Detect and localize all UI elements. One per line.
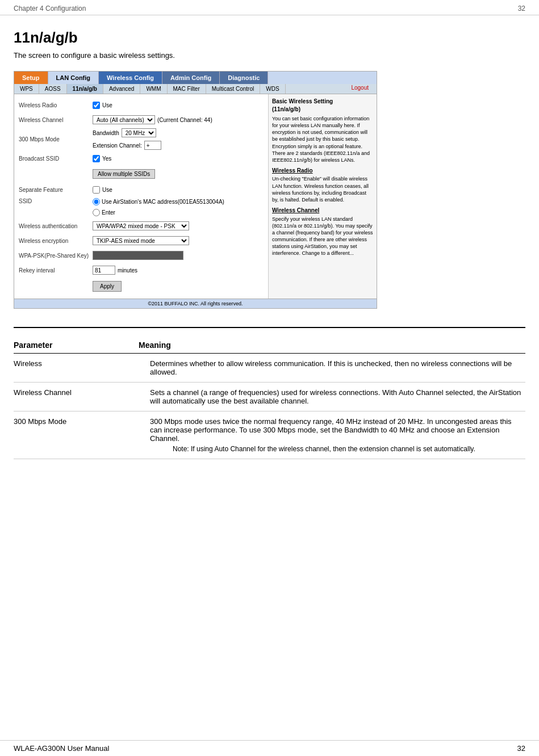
meaning-col-header: Meaning bbox=[139, 337, 525, 354]
apply-button[interactable]: Apply bbox=[93, 281, 122, 292]
table-row: 300 Mbps Mode300 Mbps mode uses twice th… bbox=[14, 411, 525, 459]
footer-right: 32 bbox=[517, 744, 525, 753]
allow-multiple-ssids-button[interactable]: Allow multiple SSIDs bbox=[93, 169, 155, 179]
nav-tab2-wmm[interactable]: WMM bbox=[140, 84, 167, 94]
wpa-psk-input[interactable] bbox=[93, 251, 183, 260]
ssid-radio-mac-label: Use AirStation's MAC address(001EA551300… bbox=[102, 199, 224, 205]
nav-tab2-aoss[interactable]: AOSS bbox=[39, 84, 67, 94]
wireless-enc-row: Wireless encryption TKIP-AES mixed mode bbox=[19, 234, 264, 247]
param-cell: Wireless bbox=[14, 354, 139, 383]
wireless-channel-row: Wireless Channel Auto (All channels) (Cu… bbox=[19, 114, 264, 126]
rekey-interval-row: Rekey interval minutes bbox=[19, 264, 264, 276]
nav-tab2-wds[interactable]: WDS bbox=[260, 84, 285, 94]
wireless-channel-select[interactable]: Auto (All channels) bbox=[93, 115, 155, 124]
nav-tab-diagnostic[interactable]: Diagnostic bbox=[220, 72, 268, 84]
ssid-radio-mac-input[interactable] bbox=[93, 198, 100, 205]
extension-channel-label: Extension Channel: bbox=[93, 142, 142, 149]
rekey-interval-input[interactable] bbox=[93, 266, 115, 275]
form-left: Wireless Radio Use Wireless Channel Auto… bbox=[14, 94, 269, 299]
nav-tab2-wps[interactable]: WPS bbox=[14, 84, 39, 94]
nav-tab2-multicast-control[interactable]: Multicast Control bbox=[206, 84, 260, 94]
wireless-channel-control: Auto (All channels) (Current Channel: 44… bbox=[93, 115, 264, 124]
ssid-radio-enter-input[interactable] bbox=[93, 209, 100, 216]
ssid-radio-enter: Enter bbox=[93, 209, 115, 216]
ssid-radio-mac: Use AirStation's MAC address(001EA551300… bbox=[93, 198, 224, 205]
separate-feature-control: Use bbox=[93, 186, 264, 194]
wireless-enc-label: Wireless encryption bbox=[19, 238, 93, 244]
nav-bar-1: Setup LAN Config Wireless Config Admin C… bbox=[14, 72, 377, 84]
wireless-auth-select[interactable]: WPA/WPA2 mixed mode - PSK bbox=[93, 221, 189, 230]
wireless-radio-control: Use bbox=[93, 102, 264, 109]
broadcast-ssid-row: Broadcast SSID Yes bbox=[19, 152, 264, 165]
form-right: Basic Wireless Setting(11n/a/g/b) You ca… bbox=[269, 94, 377, 299]
separate-feature-use-label: Use bbox=[102, 187, 112, 193]
help-wireless-channel-text: Specify your wireless LAN standard (802.… bbox=[272, 216, 373, 257]
nav-tab2-11nagb[interactable]: 11n/a/g/b bbox=[67, 84, 103, 94]
broadcast-ssid-yes-label: Yes bbox=[102, 156, 111, 162]
rekey-interval-label: Rekey interval bbox=[19, 267, 93, 274]
allow-multiple-ssids-row: Allow multiple SSIDs bbox=[19, 167, 264, 181]
apply-control: Apply bbox=[93, 279, 264, 292]
nav-bar-2: WPS AOSS 11n/a/g/b Advanced WMM MAC Filt… bbox=[14, 84, 377, 94]
param-cell: Wireless Channel bbox=[14, 383, 139, 411]
wireless-radio-checkbox[interactable] bbox=[93, 102, 100, 109]
wireless-radio-use-label: Use bbox=[102, 102, 112, 108]
wireless-enc-control: TKIP-AES mixed mode bbox=[93, 236, 264, 245]
nav-tab-admin-config[interactable]: Admin Config bbox=[162, 72, 220, 84]
logout-link[interactable]: Logout bbox=[351, 85, 369, 91]
wireless-channel-current: (Current Channel: 44) bbox=[157, 117, 212, 123]
bandwidth-mode-label: 300 Mbps Mode bbox=[19, 136, 93, 142]
page-subtitle: The screen to configure a basic wireless… bbox=[14, 51, 525, 60]
bandwidth-mode-control: Bandwidth 20 MHz 40 MHz Extension Channe… bbox=[93, 128, 264, 150]
wireless-radio-row: Wireless Radio Use bbox=[19, 99, 264, 111]
wireless-auth-control: WPA/WPA2 mixed mode - PSK bbox=[93, 221, 264, 230]
table-note: Note: If using Auto Channel for the wire… bbox=[173, 445, 525, 453]
form-area: Wireless Radio Use Wireless Channel Auto… bbox=[14, 94, 377, 299]
separate-feature-row: Separate Feature Use bbox=[19, 183, 264, 196]
meaning-cell: 300 Mbps mode uses twice the normal freq… bbox=[139, 411, 525, 459]
broadcast-ssid-label: Broadcast SSID bbox=[19, 156, 93, 162]
table-row: Wireless ChannelSets a channel (a range … bbox=[14, 383, 525, 411]
rekey-interval-unit: minutes bbox=[118, 267, 137, 274]
allow-ssid-control: Allow multiple SSIDs bbox=[93, 167, 264, 181]
screenshot-footer: ©2011 BUFFALO INC. All rights reserved. bbox=[14, 299, 377, 308]
page-footer: WLAE-AG300N User Manual 32 bbox=[0, 740, 539, 756]
logout-container: Logout bbox=[286, 84, 377, 94]
wireless-channel-label: Wireless Channel bbox=[19, 117, 93, 123]
table-row: WirelessDetermines whether to allow wire… bbox=[14, 354, 525, 383]
wpa-psk-row: WPA-PSK(Pre-Shared Key) bbox=[19, 249, 264, 262]
apply-row: Apply bbox=[19, 279, 264, 292]
page-number-top: 32 bbox=[518, 5, 525, 12]
ssid-row: SSID Use AirStation's MAC address(001EA5… bbox=[19, 198, 264, 217]
ssid-label: SSID bbox=[19, 198, 93, 204]
help-wireless-radio-text: Un-checking "Enable" will disable wirele… bbox=[272, 175, 373, 203]
wireless-radio-label: Wireless Radio bbox=[19, 102, 93, 108]
bandwidth-select[interactable]: 20 MHz 40 MHz bbox=[122, 128, 156, 137]
nav-tab2-mac-filter[interactable]: MAC Filter bbox=[168, 84, 206, 94]
param-cell: 300 Mbps Mode bbox=[14, 411, 139, 459]
param-table: Parameter Meaning WirelessDetermines whe… bbox=[14, 337, 525, 459]
bandwidth-row: Bandwidth 20 MHz 40 MHz bbox=[93, 128, 156, 137]
wpa-psk-label: WPA-PSK(Pre-Shared Key) bbox=[19, 253, 93, 259]
nav-tab-lan-config[interactable]: LAN Config bbox=[48, 72, 99, 84]
rekey-interval-control: minutes bbox=[93, 266, 264, 275]
help-wireless-radio-title: Wireless Radio bbox=[272, 167, 373, 175]
separate-feature-label: Separate Feature bbox=[19, 187, 93, 193]
ssid-radio-enter-label: Enter bbox=[102, 209, 115, 216]
meaning-cell: Determines whether to allow wireless com… bbox=[139, 354, 525, 383]
param-col-header: Parameter bbox=[14, 337, 139, 354]
page-title: 11n/a/g/b bbox=[14, 29, 525, 47]
help-title: Basic Wireless Setting(11n/a/g/b) bbox=[272, 98, 373, 113]
separate-feature-checkbox[interactable] bbox=[93, 186, 100, 194]
footer-left: WLAE-AG300N User Manual bbox=[14, 744, 109, 753]
nav-tab-setup[interactable]: Setup bbox=[14, 72, 48, 84]
chapter-label: Chapter 4 Configuration bbox=[14, 5, 86, 12]
broadcast-ssid-checkbox[interactable] bbox=[93, 155, 100, 162]
broadcast-ssid-control: Yes bbox=[93, 155, 264, 162]
nav-tab2-advanced[interactable]: Advanced bbox=[103, 84, 140, 94]
wireless-enc-select[interactable]: TKIP-AES mixed mode bbox=[93, 236, 189, 245]
extension-channel-row: Extension Channel: bbox=[93, 141, 161, 150]
nav-tab-wireless-config[interactable]: Wireless Config bbox=[99, 72, 162, 84]
wireless-auth-row: Wireless authentication WPA/WPA2 mixed m… bbox=[19, 220, 264, 232]
extension-channel-input[interactable] bbox=[144, 141, 161, 150]
